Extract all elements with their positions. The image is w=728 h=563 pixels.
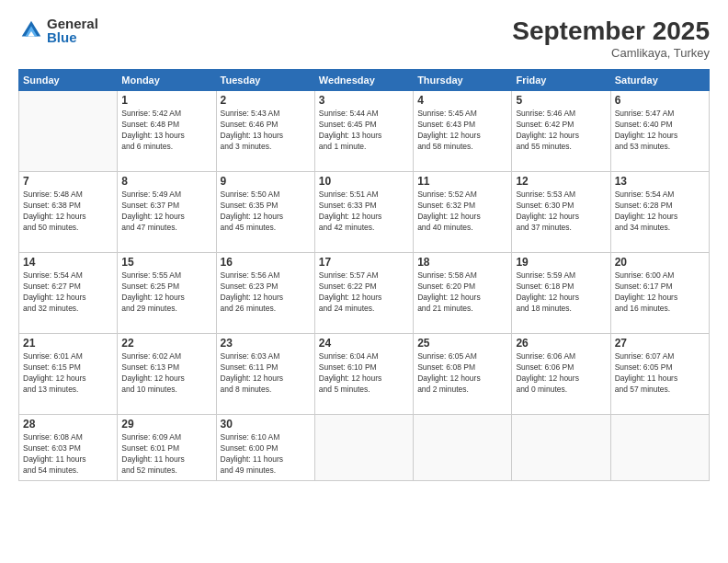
- calendar-cell: [19, 91, 118, 172]
- weekday-header-row: SundayMondayTuesdayWednesdayThursdayFrid…: [19, 70, 710, 91]
- calendar-cell: 5Sunrise: 5:46 AM Sunset: 6:42 PM Daylig…: [512, 91, 610, 172]
- day-info: Sunrise: 5:47 AM Sunset: 6:40 PM Dayligh…: [615, 109, 705, 153]
- day-number: 25: [417, 337, 507, 350]
- day-info: Sunrise: 5:53 AM Sunset: 6:30 PM Dayligh…: [516, 190, 606, 234]
- day-number: 9: [221, 175, 311, 188]
- day-number: 15: [121, 256, 211, 269]
- calendar-cell: 1Sunrise: 5:42 AM Sunset: 6:48 PM Daylig…: [118, 91, 216, 172]
- calendar-cell: 14Sunrise: 5:54 AM Sunset: 6:27 PM Dayli…: [19, 253, 118, 334]
- calendar-week-row: 14Sunrise: 5:54 AM Sunset: 6:27 PM Dayli…: [19, 253, 710, 334]
- day-number: 17: [319, 256, 409, 269]
- day-info: Sunrise: 5:45 AM Sunset: 6:43 PM Dayligh…: [417, 109, 507, 153]
- weekday-header-wednesday: Wednesday: [314, 70, 413, 91]
- day-number: 5: [516, 94, 606, 107]
- calendar-cell: 25Sunrise: 6:05 AM Sunset: 6:08 PM Dayli…: [414, 334, 512, 415]
- calendar-cell: 18Sunrise: 5:58 AM Sunset: 6:20 PM Dayli…: [414, 253, 512, 334]
- day-number: 3: [319, 94, 409, 107]
- day-info: Sunrise: 5:44 AM Sunset: 6:45 PM Dayligh…: [319, 109, 409, 153]
- day-info: Sunrise: 5:52 AM Sunset: 6:32 PM Dayligh…: [417, 190, 507, 234]
- day-info: Sunrise: 6:08 AM Sunset: 6:03 PM Dayligh…: [23, 432, 113, 477]
- weekday-header-monday: Monday: [118, 70, 216, 91]
- calendar-cell: 9Sunrise: 5:50 AM Sunset: 6:35 PM Daylig…: [216, 172, 314, 253]
- calendar-cell: 4Sunrise: 5:45 AM Sunset: 6:43 PM Daylig…: [414, 91, 512, 172]
- header: General Blue September 2025 Camlikaya, T…: [18, 17, 710, 60]
- calendar-week-row: 21Sunrise: 6:01 AM Sunset: 6:15 PM Dayli…: [19, 334, 710, 415]
- calendar-cell: 23Sunrise: 6:03 AM Sunset: 6:11 PM Dayli…: [216, 334, 314, 415]
- day-info: Sunrise: 5:51 AM Sunset: 6:33 PM Dayligh…: [319, 190, 409, 234]
- calendar-cell: [414, 415, 512, 481]
- calendar-cell: 3Sunrise: 5:44 AM Sunset: 6:45 PM Daylig…: [314, 91, 413, 172]
- logo-icon: [18, 17, 44, 43]
- calendar-cell: 26Sunrise: 6:06 AM Sunset: 6:06 PM Dayli…: [512, 334, 610, 415]
- day-info: Sunrise: 6:06 AM Sunset: 6:06 PM Dayligh…: [516, 351, 606, 396]
- month-title: September 2025: [512, 17, 710, 46]
- day-number: 23: [221, 337, 311, 350]
- day-info: Sunrise: 5:57 AM Sunset: 6:22 PM Dayligh…: [319, 270, 409, 315]
- location: Camlikaya, Turkey: [512, 46, 710, 60]
- calendar-week-row: 1Sunrise: 5:42 AM Sunset: 6:48 PM Daylig…: [19, 91, 710, 172]
- day-number: 7: [23, 175, 113, 188]
- weekday-header-tuesday: Tuesday: [216, 70, 314, 91]
- day-number: 24: [319, 337, 409, 350]
- day-number: 18: [417, 256, 507, 269]
- day-info: Sunrise: 5:56 AM Sunset: 6:23 PM Dayligh…: [221, 270, 311, 315]
- day-number: 27: [615, 337, 705, 350]
- weekday-header-thursday: Thursday: [414, 70, 512, 91]
- day-info: Sunrise: 6:01 AM Sunset: 6:15 PM Dayligh…: [23, 351, 113, 396]
- calendar-cell: 30Sunrise: 6:10 AM Sunset: 6:00 PM Dayli…: [216, 415, 314, 481]
- day-info: Sunrise: 6:10 AM Sunset: 6:00 PM Dayligh…: [221, 432, 311, 477]
- day-info: Sunrise: 6:03 AM Sunset: 6:11 PM Dayligh…: [221, 351, 311, 396]
- day-info: Sunrise: 5:49 AM Sunset: 6:37 PM Dayligh…: [121, 190, 211, 234]
- calendar-cell: 24Sunrise: 6:04 AM Sunset: 6:10 PM Dayli…: [314, 334, 413, 415]
- day-number: 14: [23, 256, 113, 269]
- calendar-cell: 11Sunrise: 5:52 AM Sunset: 6:32 PM Dayli…: [414, 172, 512, 253]
- calendar-cell: 12Sunrise: 5:53 AM Sunset: 6:30 PM Dayli…: [512, 172, 610, 253]
- calendar-cell: 22Sunrise: 6:02 AM Sunset: 6:13 PM Dayli…: [118, 334, 216, 415]
- calendar-cell: 16Sunrise: 5:56 AM Sunset: 6:23 PM Dayli…: [216, 253, 314, 334]
- title-block: September 2025 Camlikaya, Turkey: [512, 17, 710, 60]
- day-number: 30: [221, 418, 311, 431]
- day-number: 13: [615, 175, 705, 188]
- day-number: 6: [615, 94, 705, 107]
- calendar-cell: 6Sunrise: 5:47 AM Sunset: 6:40 PM Daylig…: [610, 91, 709, 172]
- logo-text: General Blue: [47, 17, 98, 44]
- day-number: 1: [121, 94, 211, 107]
- day-info: Sunrise: 5:46 AM Sunset: 6:42 PM Dayligh…: [516, 109, 606, 153]
- day-number: 2: [221, 94, 311, 107]
- calendar-cell: 27Sunrise: 6:07 AM Sunset: 6:05 PM Dayli…: [610, 334, 709, 415]
- day-info: Sunrise: 6:02 AM Sunset: 6:13 PM Dayligh…: [121, 351, 211, 396]
- calendar-cell: 10Sunrise: 5:51 AM Sunset: 6:33 PM Dayli…: [314, 172, 413, 253]
- day-info: Sunrise: 5:58 AM Sunset: 6:20 PM Dayligh…: [417, 270, 507, 315]
- day-info: Sunrise: 6:00 AM Sunset: 6:17 PM Dayligh…: [615, 270, 705, 315]
- day-info: Sunrise: 6:07 AM Sunset: 6:05 PM Dayligh…: [615, 351, 705, 396]
- calendar-cell: 20Sunrise: 6:00 AM Sunset: 6:17 PM Dayli…: [610, 253, 709, 334]
- day-number: 29: [121, 418, 211, 431]
- calendar-cell: [314, 415, 413, 481]
- logo: General Blue: [18, 17, 98, 44]
- calendar-cell: 8Sunrise: 5:49 AM Sunset: 6:37 PM Daylig…: [118, 172, 216, 253]
- day-info: Sunrise: 5:59 AM Sunset: 6:18 PM Dayligh…: [516, 270, 606, 315]
- day-info: Sunrise: 5:43 AM Sunset: 6:46 PM Dayligh…: [221, 109, 311, 153]
- day-number: 11: [417, 175, 507, 188]
- day-number: 8: [121, 175, 211, 188]
- day-info: Sunrise: 5:48 AM Sunset: 6:38 PM Dayligh…: [23, 190, 113, 234]
- calendar-week-row: 28Sunrise: 6:08 AM Sunset: 6:03 PM Dayli…: [19, 415, 710, 481]
- day-info: Sunrise: 5:55 AM Sunset: 6:25 PM Dayligh…: [121, 270, 211, 315]
- calendar-cell: 7Sunrise: 5:48 AM Sunset: 6:38 PM Daylig…: [19, 172, 118, 253]
- logo-general: General: [47, 17, 98, 30]
- calendar-cell: 29Sunrise: 6:09 AM Sunset: 6:01 PM Dayli…: [118, 415, 216, 481]
- calendar: SundayMondayTuesdayWednesdayThursdayFrid…: [18, 69, 710, 481]
- calendar-cell: 2Sunrise: 5:43 AM Sunset: 6:46 PM Daylig…: [216, 91, 314, 172]
- calendar-week-row: 7Sunrise: 5:48 AM Sunset: 6:38 PM Daylig…: [19, 172, 710, 253]
- day-info: Sunrise: 6:05 AM Sunset: 6:08 PM Dayligh…: [417, 351, 507, 396]
- calendar-cell: 19Sunrise: 5:59 AM Sunset: 6:18 PM Dayli…: [512, 253, 610, 334]
- weekday-header-sunday: Sunday: [19, 70, 118, 91]
- day-number: 28: [23, 418, 113, 431]
- weekday-header-friday: Friday: [512, 70, 610, 91]
- day-info: Sunrise: 6:04 AM Sunset: 6:10 PM Dayligh…: [319, 351, 409, 396]
- calendar-cell: [512, 415, 610, 481]
- weekday-header-saturday: Saturday: [610, 70, 709, 91]
- day-info: Sunrise: 5:50 AM Sunset: 6:35 PM Dayligh…: [221, 190, 311, 234]
- day-info: Sunrise: 5:54 AM Sunset: 6:28 PM Dayligh…: [615, 190, 705, 234]
- calendar-cell: 21Sunrise: 6:01 AM Sunset: 6:15 PM Dayli…: [19, 334, 118, 415]
